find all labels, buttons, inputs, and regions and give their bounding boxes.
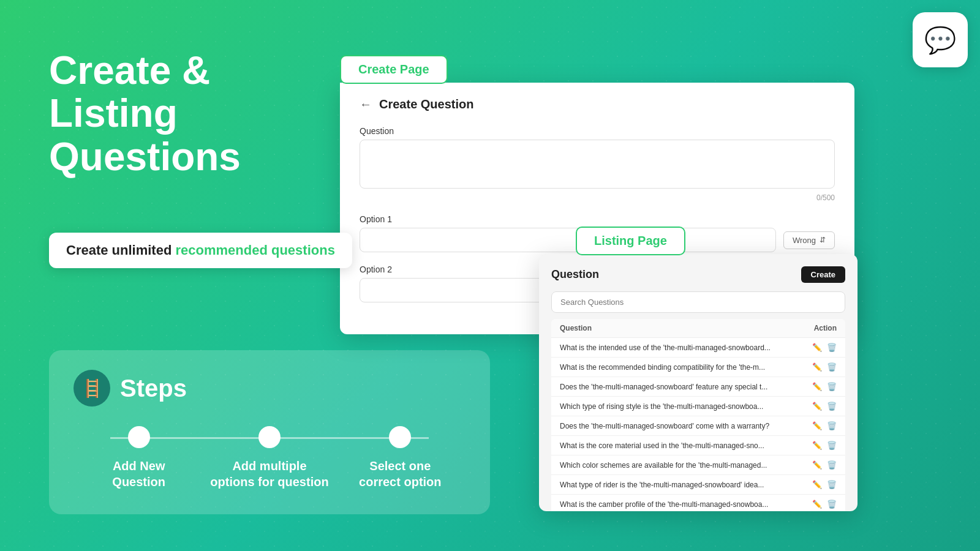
table-row: Does the 'the-multi-managed-snowboard' f… [551, 377, 845, 397]
col-question: Question [560, 324, 592, 332]
delete-icon[interactable]: 🗑️ [827, 460, 837, 470]
step-label-2: Add multipleoptions for question [210, 458, 328, 490]
listing-header: Question Create [551, 266, 845, 283]
row-question-text: What type of rider is the 'the-multi-man… [560, 481, 793, 489]
delete-icon[interactable]: 🗑️ [827, 441, 837, 450]
hero-line3: Questions [49, 135, 241, 178]
listing-title: Question [551, 268, 599, 281]
step-label-3: Select onecorrect option [359, 458, 441, 490]
banner-highlight: recommended questions [176, 242, 335, 258]
row-question-text: Does the 'the-multi-managed-snowboard' c… [560, 422, 793, 430]
app-icon: 💬 [913, 12, 968, 67]
edit-icon[interactable]: ✏️ [812, 421, 822, 430]
question-textarea[interactable] [360, 140, 835, 189]
table-row: Which color schemes are available for th… [551, 455, 845, 475]
table-row: What is the recommended binding compatib… [551, 358, 845, 377]
panel-header: ← Create Question [360, 97, 835, 111]
row-actions: ✏️ 🗑️ [812, 343, 837, 352]
question-label: Question [360, 126, 835, 136]
step-dot-2 [258, 426, 281, 448]
table-row: What is the core material used in the 't… [551, 436, 845, 455]
steps-header: 🪜 Steps [74, 370, 466, 407]
row-actions: ✏️ 🗑️ [812, 421, 837, 430]
listing-page-card: Listing Page Question Create Question Ac… [539, 227, 858, 511]
table-row: What is the intended use of the 'the-mul… [551, 338, 845, 358]
listing-page-panel: Question Create Question Action What is … [539, 254, 858, 511]
step-item-2: Add multipleoptions for question [204, 426, 334, 490]
row-actions: ✏️ 🗑️ [812, 480, 837, 489]
col-action: Action [814, 324, 837, 332]
unlimited-banner: Create unlimited recommended questions [49, 233, 352, 268]
row-actions: ✏️ 🗑️ [812, 460, 837, 470]
row-actions: ✏️ 🗑️ [812, 441, 837, 450]
delete-icon[interactable]: 🗑️ [827, 421, 837, 430]
step-label-1: Add NewQuestion [112, 458, 165, 490]
edit-icon[interactable]: ✏️ [812, 362, 822, 372]
row-question-text: Does the 'the-multi-managed-snowboard' f… [560, 383, 793, 391]
hero-line1: Create & [49, 49, 241, 92]
hero-text: Create & Listing Questions [49, 49, 241, 178]
table-row: What is the camber profile of the 'the-m… [551, 495, 845, 511]
app-icon-emoji: 💬 [924, 25, 956, 55]
edit-icon[interactable]: ✏️ [812, 382, 822, 391]
delete-icon[interactable]: 🗑️ [827, 500, 837, 509]
row-actions: ✏️ 🗑️ [812, 402, 837, 411]
listing-create-button[interactable]: Create [801, 266, 845, 283]
option1-label: Option 1 [360, 214, 835, 224]
listing-page-tab[interactable]: Listing Page [576, 227, 685, 255]
row-question-text: What is the camber profile of the 'the-m… [560, 500, 793, 509]
search-input[interactable] [551, 291, 845, 313]
delete-icon[interactable]: 🗑️ [827, 382, 837, 391]
step-item-3: Select onecorrect option [335, 426, 466, 490]
step-item-1: Add NewQuestion [74, 426, 204, 490]
step-dot-3 [389, 426, 411, 448]
steps-card: 🪜 Steps Add NewQuestion Add multipleopti… [49, 350, 490, 514]
char-count: 0/500 [360, 193, 835, 202]
table-row: Does the 'the-multi-managed-snowboard' c… [551, 416, 845, 436]
edit-icon[interactable]: ✏️ [812, 441, 822, 450]
row-question-text: What is the recommended binding compatib… [560, 363, 793, 372]
table-rows-container: What is the intended use of the 'the-mul… [551, 338, 845, 511]
delete-icon[interactable]: 🗑️ [827, 343, 837, 352]
banner-prefix: Create unlimited [66, 242, 172, 258]
row-question-text: What is the intended use of the 'the-mul… [560, 343, 793, 352]
delete-icon[interactable]: 🗑️ [827, 402, 837, 411]
steps-timeline: Add NewQuestion Add multipleoptions for … [74, 426, 466, 490]
row-actions: ✏️ 🗑️ [812, 362, 837, 372]
edit-icon[interactable]: ✏️ [812, 343, 822, 352]
steps-title: Steps [120, 375, 187, 402]
edit-icon[interactable]: ✏️ [812, 500, 822, 509]
row-question-text: Which type of rising style is the 'the-m… [560, 402, 793, 411]
panel-title: Create Question [379, 97, 473, 111]
table-header: Question Action [551, 319, 845, 338]
table-row: What type of rider is the 'the-multi-man… [551, 475, 845, 495]
row-question-text: What is the core material used in the 't… [560, 441, 793, 450]
edit-icon[interactable]: ✏️ [812, 402, 822, 411]
step-dot-1 [128, 426, 150, 448]
listing-table: Question Action What is the intended use… [551, 319, 845, 511]
delete-icon[interactable]: 🗑️ [827, 480, 837, 489]
edit-icon[interactable]: ✏️ [812, 460, 822, 470]
hero-line2: Listing [49, 92, 241, 135]
table-row: Which type of rising style is the 'the-m… [551, 397, 845, 416]
steps-icon: 🪜 [74, 370, 110, 407]
question-group: Question 0/500 [360, 126, 835, 202]
row-actions: ✏️ 🗑️ [812, 382, 837, 391]
row-actions: ✏️ 🗑️ [812, 500, 837, 509]
create-page-tab[interactable]: Create Page [340, 55, 448, 84]
back-arrow[interactable]: ← [360, 97, 372, 111]
row-question-text: Which color schemes are available for th… [560, 461, 793, 470]
edit-icon[interactable]: ✏️ [812, 480, 822, 489]
delete-icon[interactable]: 🗑️ [827, 362, 837, 372]
